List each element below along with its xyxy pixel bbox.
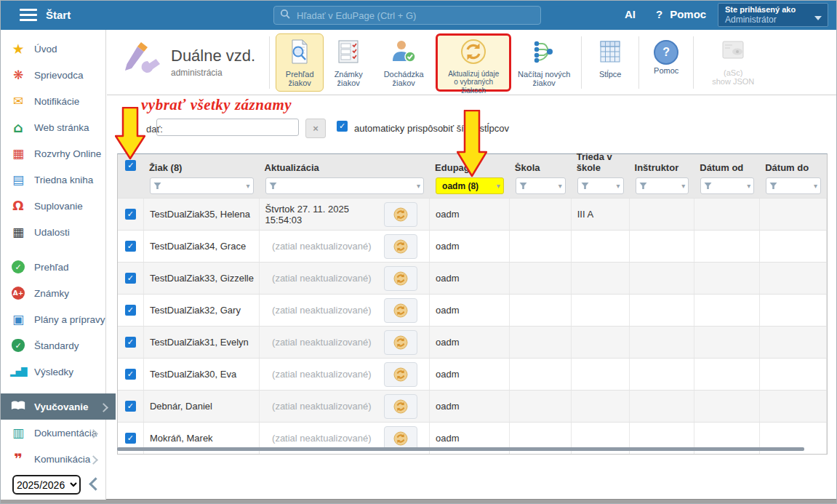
cell-instruktor bbox=[630, 263, 695, 294]
row-checkbox[interactable]: ✓ bbox=[125, 433, 136, 444]
sidebar-item-label: Udalosti bbox=[34, 227, 70, 238]
row-checkbox[interactable]: ✓ bbox=[125, 337, 136, 348]
toolbar-button-znamky[interactable]: Známky žiakov bbox=[325, 33, 372, 92]
row-refresh-button[interactable] bbox=[384, 234, 417, 259]
global-search[interactable] bbox=[273, 6, 541, 25]
columns-icon bbox=[598, 38, 622, 68]
logged-in-user-menu[interactable]: Ste prihlásený ako Administrátor bbox=[718, 3, 828, 27]
toolbar-button-nacitaj-novych[interactable]: Načítaj nových žiakov bbox=[513, 33, 575, 92]
row-refresh-button[interactable] bbox=[384, 202, 417, 227]
envelope-icon: ✉ bbox=[10, 95, 26, 108]
table-search-input[interactable] bbox=[156, 119, 299, 136]
column-header-instruktor: Inštruktor bbox=[630, 163, 695, 176]
divider bbox=[638, 36, 639, 89]
filter-dropdown-datum-do[interactable]: ▾ bbox=[766, 177, 821, 194]
sidebar-item-komunikacia[interactable]: ❞Komunikácia bbox=[1, 446, 105, 472]
sidebar-item-label: Triedna kniha bbox=[34, 175, 93, 185]
school-year-select[interactable]: 2025/2026 bbox=[12, 475, 81, 495]
sidebar-item-vysledky[interactable]: ▂▅█Výsledky bbox=[1, 359, 105, 385]
sidebar-item-suplovanie[interactable]: ΩSuplovanie bbox=[1, 193, 105, 219]
sidebar-item-znamky[interactable]: A+Známky bbox=[1, 280, 105, 306]
column-header-aktualizacia: Aktualizácia bbox=[260, 163, 430, 176]
filter-dropdown-ziak-8[interactable]: ▾ bbox=[150, 177, 254, 194]
select-all-checkbox[interactable]: ✓ bbox=[125, 160, 136, 171]
table-row: ✓TestDualZiak33, Gizzelle(zatial neaktua… bbox=[118, 262, 827, 294]
chevron-down-icon: ▾ bbox=[417, 182, 420, 190]
autofit-columns-checkbox[interactable]: ✓ bbox=[337, 121, 348, 132]
ai-button[interactable]: AI bbox=[625, 8, 636, 20]
top-navigation-bar: Štart AI ? Pomoc Ste prihlásený ako Admi… bbox=[1, 1, 836, 30]
row-checkbox[interactable]: ✓ bbox=[125, 401, 136, 412]
filter-dropdown-datum-od[interactable]: ▾ bbox=[700, 177, 754, 194]
sidebar-item-vyucovanie[interactable]: Vyučovanie bbox=[1, 393, 116, 420]
timetable-grid-icon: ▦ bbox=[10, 148, 26, 160]
sidebar-item-plany-a-pripravy[interactable]: ▣Plány a prípravy bbox=[1, 306, 105, 332]
sidebar-item-standardy[interactable]: ✓Štandardy bbox=[1, 332, 105, 359]
sidebar-item-prehlad[interactable]: ✓Prehľad bbox=[1, 254, 105, 280]
filter-dropdown-edupage[interactable]: oadm (8)▾ bbox=[436, 177, 504, 194]
sidebar-item-udalosti[interactable]: ▦Udalosti bbox=[1, 219, 105, 245]
row-refresh-button[interactable] bbox=[384, 330, 417, 355]
filter-dropdown-instruktor[interactable]: ▾ bbox=[636, 177, 689, 194]
sidebar-item-dokumentacia[interactable]: ▥Dokumentácia bbox=[1, 420, 105, 446]
row-checkbox[interactable]: ✓ bbox=[125, 369, 136, 380]
sidebar-item-uvod[interactable]: ★Úvod bbox=[1, 36, 105, 62]
update-status: Štvrtok 27. 11. 2025 15:54:03 bbox=[260, 204, 385, 225]
toolbar-button-asc[interactable]: (aSc) show JSON bbox=[700, 33, 766, 92]
filter-dropdown-skola[interactable]: ▾ bbox=[516, 177, 566, 194]
filter-dropdown-trieda-v-skole[interactable]: ▾ bbox=[577, 177, 624, 194]
toolbar-button-pomoc[interactable]: ?Pomoc bbox=[645, 33, 687, 92]
logged-in-user: Administrátor bbox=[725, 15, 821, 25]
toolbar-button-label: Stĺpce bbox=[599, 70, 622, 79]
row-refresh-button[interactable] bbox=[384, 394, 417, 419]
search-input[interactable] bbox=[295, 9, 534, 22]
row-checkbox[interactable]: ✓ bbox=[125, 241, 136, 252]
column-header-label: Žiak (8) bbox=[149, 163, 183, 173]
student-name-cell: TestDualZiak30, Eva bbox=[144, 359, 260, 390]
horizontal-scrollbar[interactable] bbox=[117, 447, 804, 451]
toolbar-button-dochadzka[interactable]: Dochádzka žiakov bbox=[373, 33, 434, 92]
toolbar-button-label: Známky žiakov bbox=[335, 70, 363, 89]
row-refresh-button[interactable] bbox=[384, 298, 417, 323]
hamburger-menu-icon[interactable] bbox=[20, 9, 37, 24]
row-select-cell: ✓ bbox=[118, 295, 144, 326]
row-checkbox[interactable]: ✓ bbox=[125, 305, 136, 316]
chat-icon: ❞ bbox=[10, 452, 26, 466]
update-cell: (zatial neaktualizované) bbox=[260, 359, 430, 390]
cell-skola bbox=[510, 391, 572, 422]
sidebar-item-rozvrhy-online[interactable]: ▦Rozvrhy Online bbox=[1, 140, 105, 167]
sidebar-collapse-icon[interactable] bbox=[89, 477, 102, 490]
cell-edupage: oadm bbox=[430, 231, 510, 262]
sidebar-item-label: Dokumentácia bbox=[34, 428, 97, 439]
help-menu-button[interactable]: ? Pomoc bbox=[656, 8, 706, 20]
row-checkbox[interactable]: ✓ bbox=[125, 273, 136, 284]
row-refresh-button[interactable] bbox=[384, 362, 417, 387]
toolbar-button-prehlad[interactable]: Prehľad žiakov bbox=[276, 33, 324, 92]
cell-value: oadm bbox=[430, 401, 460, 412]
sidebar-item-notifikacie[interactable]: ✉Notifikácie bbox=[1, 88, 105, 114]
update-cell: (zatial neaktualizované) bbox=[260, 327, 430, 358]
filter-dropdown-aktualizacia[interactable]: ▾ bbox=[265, 177, 424, 194]
cell-datum-od bbox=[694, 199, 760, 230]
table-row: ✓TestDualZiak30, Eva(zatial neaktualizov… bbox=[118, 358, 827, 390]
sidebar-item-label: Plány a prípravy bbox=[34, 314, 105, 325]
toolbar-button-aktualizuj-udaje[interactable]: Aktualizuj údaje o vybraných žiakoch bbox=[436, 33, 511, 92]
sidebar-item-web-stranka[interactable]: ⌂Web stránka bbox=[1, 114, 105, 140]
cell-datum-od bbox=[694, 231, 760, 262]
sidebar-item-triedna-kniha[interactable]: ▤Triedna kniha bbox=[1, 167, 105, 193]
cell-datum-do bbox=[760, 327, 827, 358]
sidebar-item-sprievodca[interactable]: ❋Sprievodca bbox=[1, 62, 105, 88]
annotation-arrow-edupage-filter-icon bbox=[457, 110, 487, 178]
grade-circle-icon: A+ bbox=[12, 287, 25, 300]
table-row: ✓TestDualZiak35, HelenaŠtvrtok 27. 11. 2… bbox=[118, 198, 827, 230]
start-menu-button[interactable]: Štart bbox=[46, 9, 71, 21]
cell-datum-do bbox=[760, 295, 827, 326]
chevron-down-icon: ▾ bbox=[497, 182, 500, 190]
update-status: (zatial neaktualizované) bbox=[260, 369, 385, 380]
page-subtitle: administrácia bbox=[171, 68, 255, 78]
clear-filter-button[interactable]: × bbox=[305, 119, 326, 138]
row-refresh-button[interactable] bbox=[384, 266, 417, 291]
row-select-cell: ✓ bbox=[118, 327, 144, 358]
toolbar-button-stlpce[interactable]: Stĺpce bbox=[588, 33, 633, 92]
row-checkbox[interactable]: ✓ bbox=[125, 209, 136, 220]
